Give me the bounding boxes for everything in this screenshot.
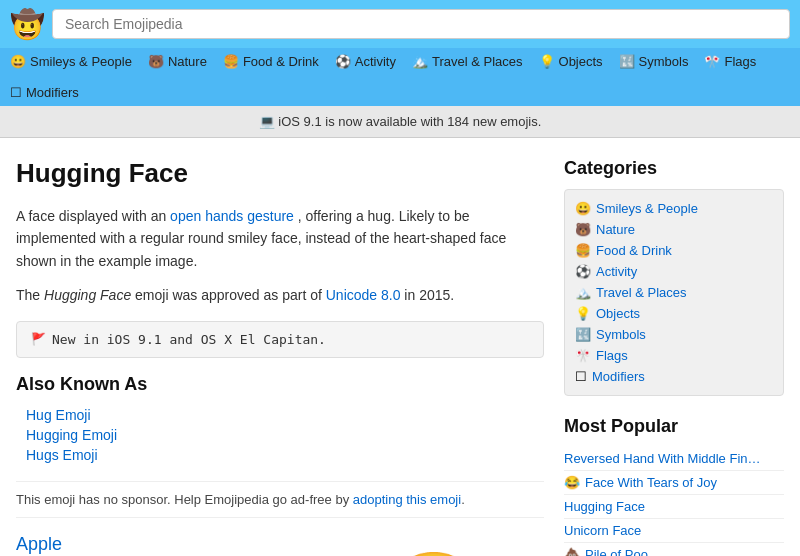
unicode-note: The Hugging Face emoji was approved as p…: [16, 284, 544, 306]
aka-list: Hug Emoji Hugging Emoji Hugs Emoji: [16, 405, 544, 465]
popular-item[interactable]: 💩Pile of Poo: [564, 543, 784, 556]
aka-item[interactable]: Hugging Emoji: [26, 425, 544, 445]
also-known-as-title: Also Known As: [16, 374, 544, 395]
nav-bar: 😀 Smileys & People 🐻 Nature 🍔 Food & Dri…: [0, 48, 800, 106]
apple-section: Apple iOS 9.1 🤗: [16, 534, 544, 556]
category-list: 😀Smileys & People 🐻Nature 🍔Food & Drink …: [564, 189, 784, 396]
nav-food[interactable]: 🍔 Food & Drink: [223, 54, 319, 69]
cat-food[interactable]: 🍔Food & Drink: [575, 240, 773, 261]
ios-banner: 💻 iOS 9.1 is now available with 184 new …: [0, 106, 800, 138]
nav-modifiers[interactable]: ☐ Modifiers: [10, 85, 79, 100]
nav-objects[interactable]: 💡 Objects: [539, 54, 603, 69]
cat-nature[interactable]: 🐻Nature: [575, 219, 773, 240]
nav-nature[interactable]: 🐻 Nature: [148, 54, 207, 69]
cat-activity[interactable]: ⚽Activity: [575, 261, 773, 282]
aka-item[interactable]: Hug Emoji: [26, 405, 544, 425]
most-popular-section: Most Popular Reversed Hand With Middle F…: [564, 416, 784, 556]
cat-smileys[interactable]: 😀Smileys & People: [575, 198, 773, 219]
most-popular-title: Most Popular: [564, 416, 784, 437]
nav-symbols[interactable]: 🔣 Symbols: [619, 54, 689, 69]
popular-item[interactable]: Hugging Face: [564, 495, 784, 519]
cat-symbols[interactable]: 🔣Symbols: [575, 324, 773, 345]
nav-travel[interactable]: 🏔️ Travel & Places: [412, 54, 523, 69]
adopt-link[interactable]: adopting this emoji: [353, 492, 461, 507]
sponsor-note: This emoji has no sponsor. Help Emojiped…: [16, 481, 544, 518]
categories-title: Categories: [564, 158, 784, 179]
cat-modifiers[interactable]: ☐Modifiers: [575, 366, 773, 387]
unicode-link[interactable]: Unicode 8.0: [326, 287, 401, 303]
nav-activity[interactable]: ⚽ Activity: [335, 54, 396, 69]
left-content: Hugging Face A face displayed with an op…: [16, 158, 564, 556]
popular-list: Reversed Hand With Middle Finger Exte...…: [564, 447, 784, 556]
logo-icon: 🤠: [10, 8, 42, 40]
flag-icon: 🚩: [31, 332, 46, 346]
categories-section: Categories 😀Smileys & People 🐻Nature 🍔Fo…: [564, 158, 784, 396]
popular-item[interactable]: Reversed Hand With Middle Finger Exte...: [564, 447, 784, 471]
description: A face displayed with an open hands gest…: [16, 205, 544, 272]
popular-item[interactable]: 😂Face With Tears of Joy: [564, 471, 784, 495]
top-bar: 🤠: [0, 0, 800, 48]
cat-flags[interactable]: 🎌Flags: [575, 345, 773, 366]
apple-title[interactable]: Apple: [16, 534, 62, 555]
popular-item[interactable]: Unicorn Face: [564, 519, 784, 543]
right-sidebar: Categories 😀Smileys & People 🐻Nature 🍔Fo…: [564, 158, 784, 556]
aka-item[interactable]: Hugs Emoji: [26, 445, 544, 465]
nav-flags[interactable]: 🎌 Flags: [704, 54, 756, 69]
cat-objects[interactable]: 💡Objects: [575, 303, 773, 324]
cat-travel[interactable]: 🏔️Travel & Places: [575, 282, 773, 303]
open-hands-link[interactable]: open hands gesture: [170, 208, 294, 224]
search-input[interactable]: [52, 9, 790, 39]
page-title: Hugging Face: [16, 158, 544, 189]
main-layout: Hugging Face A face displayed with an op…: [0, 138, 800, 556]
ios-note-box: 🚩 New in iOS 9.1 and OS X El Capitan.: [16, 321, 544, 358]
nav-smileys[interactable]: 😀 Smileys & People: [10, 54, 132, 69]
